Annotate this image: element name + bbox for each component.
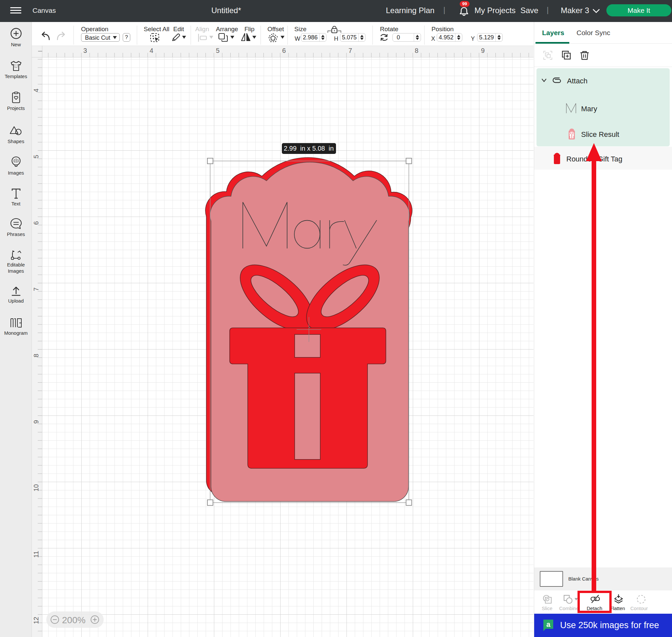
- svg-text:a: a: [546, 620, 550, 629]
- svg-text:2.99 in x 5.08 in: 2.99 in x 5.08 in: [284, 145, 334, 152]
